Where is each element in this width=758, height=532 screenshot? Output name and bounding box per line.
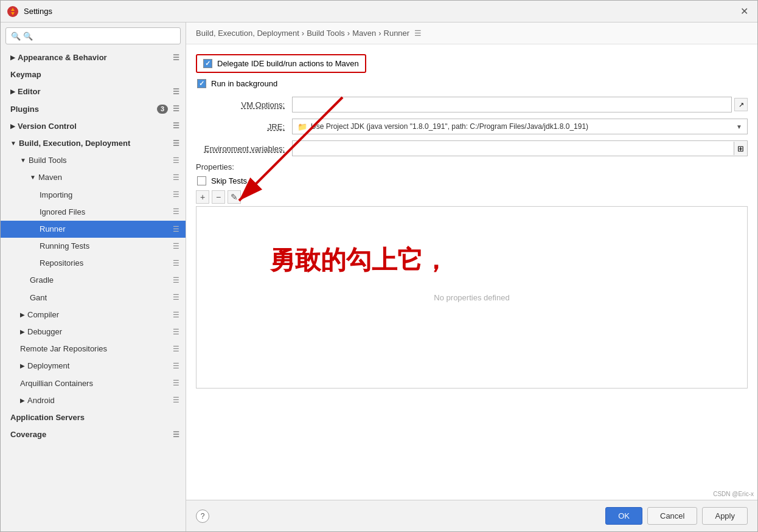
breadcrumb-item-2[interactable]: Build Tools	[307, 29, 345, 38]
sidebar-item-label: Android	[27, 395, 170, 406]
sidebar-item-label: Importing	[40, 190, 170, 201]
sidebar-item-running-tests[interactable]: Running Tests ☰	[1, 238, 186, 255]
sidebar-item-ignored-files[interactable]: Ignored Files ☰	[1, 204, 186, 221]
sidebar-item-compiler[interactable]: ▶ Compiler ☰	[1, 306, 186, 323]
env-vars-input[interactable]	[293, 144, 734, 153]
vm-options-wrapper: ↗	[292, 97, 748, 112]
run-bg-label: Run in background	[211, 79, 277, 88]
properties-table: No properties defined 勇敢的勾上它，	[196, 206, 748, 389]
remove-property-button[interactable]: −	[212, 190, 225, 204]
footer-right: OK Cancel Apply	[605, 507, 748, 525]
sidebar-item-keymap[interactable]: Keymap	[1, 66, 186, 83]
sidebar-item-label: Remote Jar Repositories	[20, 344, 170, 354]
skip-tests-checkbox[interactable]	[197, 176, 206, 185]
sidebar-item-app-servers[interactable]: Application Servers	[1, 409, 186, 426]
delegate-row: Delegate IDE build/run actions to Maven	[196, 54, 366, 73]
skip-tests-row: Skip Tests	[196, 176, 748, 185]
search-box[interactable]: 🔍	[5, 27, 181, 44]
close-button[interactable]: ✕	[737, 4, 751, 19]
sidebar-item-label: Arquillian Containers	[20, 378, 170, 389]
props-toolbar: + − ✎	[196, 190, 748, 204]
delegate-label: Delegate IDE build/run actions to Maven	[217, 59, 359, 68]
plugin-badge: 3	[157, 105, 168, 114]
breadcrumb-item-4[interactable]: Runner	[384, 29, 410, 38]
folder-icon: 📁	[297, 122, 307, 131]
sidebar-item-label: Runner	[40, 224, 170, 235]
sidebar-item-maven[interactable]: ▼ Maven ☰	[1, 169, 186, 186]
settings-icon: ☰	[173, 207, 179, 217]
sidebar-item-label: Compiler	[27, 309, 170, 320]
settings-icon: ☰	[173, 430, 179, 440]
settings-icon: ☰	[173, 378, 179, 389]
main-panel: Build, Execution, Deployment › Build Too…	[186, 22, 757, 531]
apply-button[interactable]: Apply	[702, 507, 748, 525]
run-bg-row: Run in background	[196, 79, 748, 88]
sidebar-item-deployment[interactable]: ▶ Deployment ☰	[1, 358, 186, 375]
sidebar-item-plugins[interactable]: Plugins 3 ☰	[1, 101, 186, 118]
vm-options-expand-button[interactable]: ↗	[734, 98, 748, 111]
sidebar-item-debugger[interactable]: ▶ Debugger ☰	[1, 323, 186, 340]
env-vars-label: Environment variables:	[196, 144, 287, 153]
settings-icon: ☰	[173, 327, 179, 337]
sidebar-item-importing[interactable]: Importing ☰	[1, 187, 186, 204]
breadcrumb-sep: ›	[302, 29, 304, 38]
sidebar-item-appearance[interactable]: ▶ Appearance & Behavior ☰	[1, 49, 186, 66]
properties-label: Properties:	[196, 162, 748, 171]
sidebar-item-remote-jar[interactable]: Remote Jar Repositories ☰	[1, 340, 186, 358]
chinese-annotation: 勇敢的勾上它，	[269, 243, 448, 277]
breadcrumb-item-3[interactable]: Maven	[352, 29, 376, 38]
env-vars-button[interactable]: ⊞	[734, 142, 747, 155]
help-button[interactable]: ?	[196, 510, 209, 523]
search-input[interactable]	[23, 32, 175, 41]
search-icon: 🔍	[11, 32, 21, 41]
vm-options-label: VM Options:	[196, 100, 287, 109]
skip-tests-label: Skip Tests	[211, 176, 247, 185]
sidebar-item-android[interactable]: ▶ Android ☰	[1, 392, 186, 409]
sidebar-item-runner[interactable]: Runner ☰	[1, 221, 186, 238]
sidebar-item-label: Debugger	[27, 326, 170, 337]
sidebar-item-editor[interactable]: ▶ Editor ☰	[1, 83, 186, 100]
expand-arrow-icon: ▼	[30, 173, 36, 182]
sidebar-item-arquillian[interactable]: Arquillian Containers ☰	[1, 375, 186, 392]
cancel-button[interactable]: Cancel	[647, 507, 697, 525]
settings-icon: ☰	[173, 258, 179, 269]
sidebar-item-repositories[interactable]: Repositories ☰	[1, 255, 186, 272]
sidebar-item-label: Appearance & Behavior	[18, 52, 170, 63]
sidebar-item-label: Gradle	[30, 275, 170, 286]
vm-options-row: VM Options: ↗	[196, 97, 748, 112]
delegate-checkbox[interactable]	[203, 59, 212, 68]
ok-button[interactable]: OK	[605, 507, 642, 525]
settings-icon: ☰	[173, 173, 179, 183]
sidebar-item-gradle[interactable]: Gradle ☰	[1, 272, 186, 289]
sidebar-item-label: Maven	[38, 172, 170, 183]
env-vars-row: Environment variables: ⊞	[196, 140, 748, 156]
breadcrumb-item-1[interactable]: Build, Execution, Deployment	[196, 29, 299, 38]
title-bar: Settings ✕	[1, 1, 757, 22]
edit-property-button[interactable]: ✎	[228, 190, 241, 204]
main-content: 🔍 ▶ Appearance & Behavior ☰ Keymap ▶ Edi…	[1, 22, 757, 531]
sidebar-item-coverage[interactable]: Coverage ☰	[1, 426, 186, 443]
env-vars-input-wrapper: ⊞	[292, 140, 748, 156]
expand-arrow-icon: ▼	[20, 156, 26, 165]
jre-label: JRE:	[196, 122, 287, 131]
sidebar-item-build-tools[interactable]: ▼ Build Tools ☰	[1, 152, 186, 169]
settings-icon: ☰	[173, 87, 179, 97]
settings-icon: ☰	[173, 53, 179, 63]
expand-arrow-icon: ▶	[10, 54, 15, 62]
settings-icon: ☰	[173, 292, 179, 303]
breadcrumb-sep: ›	[378, 29, 381, 38]
sidebar-item-build-exec[interactable]: ▼ Build, Execution, Deployment ☰	[1, 135, 186, 152]
sidebar: 🔍 ▶ Appearance & Behavior ☰ Keymap ▶ Edi…	[1, 22, 186, 531]
jre-select[interactable]: 📁 Use Project JDK (java version "1.8.0_1…	[292, 119, 748, 134]
settings-icon: ☰	[173, 310, 179, 320]
app-icon	[7, 5, 19, 18]
vm-options-input[interactable]	[292, 97, 732, 112]
settings-dialog: Settings ✕ 🔍 ▶ Appearance & Behavior ☰ K…	[0, 0, 758, 532]
sidebar-item-version-control[interactable]: ▶ Version Control ☰	[1, 118, 186, 135]
add-property-button[interactable]: +	[196, 190, 209, 204]
sidebar-item-label: Running Tests	[40, 241, 170, 252]
sidebar-item-gant[interactable]: Gant ☰	[1, 289, 186, 306]
watermark: CSDN @Eric-x	[713, 491, 754, 497]
run-bg-checkbox[interactable]	[197, 79, 206, 88]
footer: ? OK Cancel Apply	[186, 500, 757, 531]
